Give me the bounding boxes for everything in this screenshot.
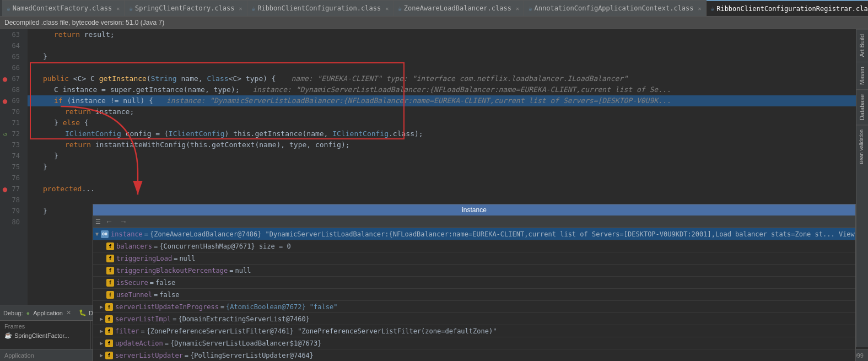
line-numbers: 63 64 65 66 ● 67 68 ● 69 70 71 ↺ 72 73 7… [0,29,28,347]
tab-close-icon[interactable]: ✕ [516,6,519,12]
expand-arrow[interactable]: ▶ [100,316,103,322]
decompile-banner: Decompiled .class file, bytecode version… [0,17,868,29]
tab-ribbonclientconfiguration[interactable]: ☕ RibbonClientConfiguration.class ✕ [247,0,394,17]
close-debug-button[interactable]: ✕ [66,309,71,316]
expand-arrow[interactable]: ▶ [100,352,103,358]
tab-close-icon[interactable]: ✕ [239,6,242,12]
tab-bar: ☕ NamedContextFactory.class ✕ ☕ SpringCl… [0,0,868,17]
instance-row-updateaction[interactable]: ▶ f updateAction = {DynamicServerListLoa… [93,337,855,349]
field-name: useTunnel [116,291,152,299]
code-line-67: public <C> C getInstance(String name, Cl… [28,73,856,84]
expand-arrow[interactable]: ▼ [95,231,99,237]
line-76: 76 [0,173,23,184]
line-67: ● 67 [0,73,23,84]
instance-row-triggeringload[interactable]: f triggeringLoad = null [93,252,855,265]
field-value: false [155,279,175,287]
expand-arrow[interactable]: ▶ [100,328,103,334]
sidebar-tab-maven[interactable]: Maven [856,62,868,89]
line-70: 70 [0,106,23,117]
code-line-70: return instance; [28,106,856,117]
tab-close-icon[interactable]: ✕ [698,6,702,12]
frame-icon: ☕ [4,332,12,339]
expand-arrow[interactable]: ▶ [100,304,103,310]
tab-label: SpringClientFactory.class [135,4,235,12]
field-name: filter [115,327,139,335]
code-line-63: return result; [28,29,856,40]
instance-row-balancers[interactable]: f balancers = {ConcurrentHashMap@7671} s… [93,240,855,252]
sidebar-tab-art-build[interactable]: Art Build [856,29,868,62]
code-line-68: C instance = super.getInstance(name, typ… [28,84,856,95]
debug-label: Debug: [3,310,23,316]
instance-row-issecure[interactable]: f isSecure = false [93,277,855,289]
tab-close-icon[interactable]: ✕ [385,6,389,12]
line-72: ↺ 72 [0,128,23,139]
field-value: {DomainExtractingServerList@7460} [178,315,309,323]
field-name: balancers [116,243,152,250]
line-69: ● 69 [0,95,23,106]
tab-close-icon[interactable]: ✕ [116,6,120,12]
code-line-71: } else { [28,117,856,128]
bug-icon: 🐛 [79,309,87,316]
code-line-75: } [28,161,856,173]
line-63: 63 [0,29,23,40]
line-77: ● 77 [0,184,23,195]
code-line-66 [28,62,856,73]
tab-namedcontextfactory[interactable]: ☕ NamedContextFactory.class ✕ [2,0,125,17]
code-line-76 [28,173,856,184]
line-68: 68 [0,84,23,95]
app-green-icon: ● [26,310,30,316]
field-name: serverListUpdateInProgress [115,303,219,311]
java-file-icon: ☕ [252,5,256,12]
line-65: 65 [0,51,23,62]
field-icon: f [105,327,113,335]
tab-label: RibbonClientConfigurationRegistrar.class [716,5,868,13]
tab-ribbonclientconfigurationregistrar[interactable]: ☕ RibbonClientConfigurationRegistrar.cla… [707,0,868,17]
tab-zoneawareloadbalancer[interactable]: ☕ ZoneAwareLoadBalancer.class ✕ [393,0,524,17]
field-icon: f [105,340,113,347]
field-icon: f [106,267,114,274]
decompile-info: Decompiled .class file, bytecode version… [4,19,164,26]
nav-forward-button[interactable]: → [117,217,130,227]
line-74: 74 [0,150,23,161]
instance-row-serverlistupdate[interactable]: ▶ f serverListUpdateInProgress = {Atomic… [93,301,855,313]
sidebar-tab-bean-validation[interactable]: Bean Validation [856,125,868,168]
field-value: {PollingServerListUpdater@7464} [190,352,314,359]
field-icon: f [106,279,114,287]
tab-annotationconfigapplicationcontext[interactable]: ☕ AnnotationConfigApplicationContext.cla… [524,0,707,17]
sidebar-tab-database[interactable]: Database [856,89,868,125]
instance-row-serverlistupdater[interactable]: ▶ f serverListUpdater = {PollingServerLi… [93,349,855,361]
instance-row-triggeringblackout[interactable]: f triggeringBlackoutPercentage = null [93,265,855,277]
instance-row-usetunnel[interactable]: f useTunnel = false [93,289,855,301]
instance-popup-nav: ☰ ← → [93,215,855,228]
tab-label: AnnotationConfigApplicationContext.class [535,4,694,12]
expand-arrow[interactable]: ▶ [100,340,103,346]
tab-springclientfactory[interactable]: ☕ SpringClientFactory.class ✕ [125,0,247,17]
java-file-icon: ☕ [129,5,133,12]
field-icon: f [105,303,113,311]
instance-selected-row[interactable]: ▼ oo instance = {ZoneAwareLoadBalancer@7… [93,228,855,240]
code-line-73: return instantiateWithConfig(this.getCon… [28,139,856,150]
instance-row-filter[interactable]: ▶ f filter = {ZonePreferenceServerListFi… [93,325,855,337]
field-name: serverListImpl [115,315,171,323]
field-value: {ConcurrentHashMap@7671} size = 0 [159,243,290,250]
java-file-icon: ☕ [398,5,402,12]
tab-label: NamedContextFactory.class [13,4,112,12]
field-value: false [159,291,179,299]
right-sidebar: Art Build Maven Database Bean Validation [856,29,868,347]
tab-label: ZoneAwareLoadBalancer.class [404,4,511,12]
instance-row-serverlistimpl[interactable]: ▶ f serverListImpl = {DomainExtractingSe… [93,313,855,325]
code-line-65: } [28,51,856,62]
code-line-74: } [28,150,856,161]
app-name-label: Application [33,310,63,316]
spring-client-factory-frame[interactable]: ☕ SpringClientFactor... [4,332,86,339]
line-79: 79 [0,206,23,217]
nav-back-button[interactable]: ← [103,217,115,227]
code-line-77: protected... [28,184,856,195]
field-value: null [235,267,251,274]
field-icon: f [106,255,114,262]
tab-label: RibbonClientConfiguration.class [257,4,381,12]
line-78: 78 [0,195,23,206]
line-80: 80 [0,217,23,228]
line-73: 73 [0,139,23,150]
line-71: 71 [0,117,23,128]
